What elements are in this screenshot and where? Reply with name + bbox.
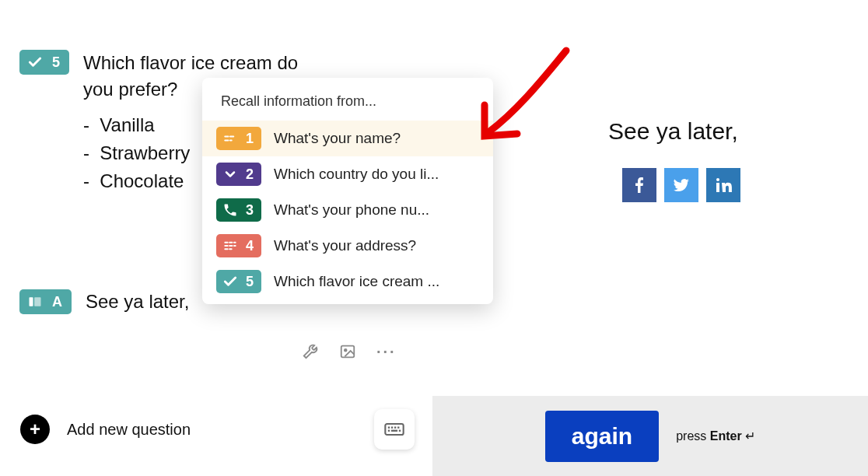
plus-icon: + xyxy=(20,415,50,444)
recall-label-2: Which country do you li... xyxy=(274,166,439,183)
preview-footer: again press Enter ↵ xyxy=(432,396,868,476)
image-icon[interactable] xyxy=(339,343,356,364)
svg-rect-8 xyxy=(397,427,399,429)
svg-rect-7 xyxy=(394,427,396,429)
ending-letter: A xyxy=(52,295,62,309)
svg-rect-4 xyxy=(385,424,403,435)
recall-item-1[interactable]: 1 What's your name? xyxy=(202,121,493,156)
recall-badge-3: 3 xyxy=(216,198,261,222)
ending-badge: A xyxy=(19,289,72,314)
recall-label-5: Which flavor ice cream ... xyxy=(274,273,439,290)
recall-badge-4: 4 xyxy=(216,234,261,257)
phone-icon xyxy=(222,202,238,218)
press-enter-hint: press Enter ↵ xyxy=(676,429,755,443)
recall-badge-1: 1 xyxy=(216,127,261,150)
settings-icon[interactable] xyxy=(302,343,319,364)
svg-rect-0 xyxy=(30,297,33,306)
recall-item-5[interactable]: 5 Which flavor ice cream ... xyxy=(202,264,493,299)
facebook-icon[interactable] xyxy=(622,168,656,202)
social-row xyxy=(622,168,740,202)
check-icon xyxy=(27,54,43,70)
question-badge-5: 5 xyxy=(19,50,69,75)
question-number: 5 xyxy=(52,55,60,69)
long-text-icon xyxy=(222,238,238,254)
svg-point-3 xyxy=(345,349,347,352)
svg-rect-11 xyxy=(399,430,401,432)
recall-dropdown: Recall information from... 1 What's your… xyxy=(202,78,493,304)
recall-label-3: What's your phone nu... xyxy=(274,201,429,219)
recall-item-4[interactable]: 4 What's your address? xyxy=(202,228,493,264)
svg-rect-5 xyxy=(388,427,390,429)
more-icon[interactable]: ··· xyxy=(376,343,397,364)
keyboard-button[interactable] xyxy=(374,409,415,450)
again-button[interactable]: again xyxy=(545,411,659,462)
recall-badge-5: 5 xyxy=(216,270,261,293)
short-text-icon xyxy=(222,131,238,146)
ending-block-a[interactable]: A See ya later, xyxy=(19,289,189,314)
recall-item-2[interactable]: 2 Which country do you li... xyxy=(202,156,493,192)
recall-title: Recall information from... xyxy=(202,78,493,121)
preview-heading: See ya later, xyxy=(608,118,738,145)
svg-rect-17 xyxy=(716,183,719,192)
block-toolbar: ··· xyxy=(302,343,397,364)
recall-item-3[interactable]: 3 What's your phone nu... xyxy=(202,192,493,228)
recall-badge-2: 2 xyxy=(216,163,261,186)
svg-rect-1 xyxy=(34,297,40,306)
svg-rect-10 xyxy=(391,430,397,432)
add-question-button[interactable]: + Add new question xyxy=(20,415,191,444)
linkedin-icon[interactable] xyxy=(706,168,740,202)
svg-rect-9 xyxy=(388,430,390,432)
preview-pane: See ya later, again press Enter ↵ xyxy=(432,0,868,476)
twitter-icon[interactable] xyxy=(664,168,698,202)
check-icon xyxy=(222,274,238,289)
svg-rect-6 xyxy=(391,427,393,429)
recall-label-4: What's your address? xyxy=(274,237,416,254)
svg-point-18 xyxy=(716,178,719,181)
layout-icon xyxy=(27,294,43,310)
recall-label-1: What's your name? xyxy=(274,130,401,147)
ending-text: See ya later, xyxy=(86,291,189,313)
add-question-label: Add new question xyxy=(67,421,191,439)
chevron-down-icon xyxy=(222,166,238,182)
